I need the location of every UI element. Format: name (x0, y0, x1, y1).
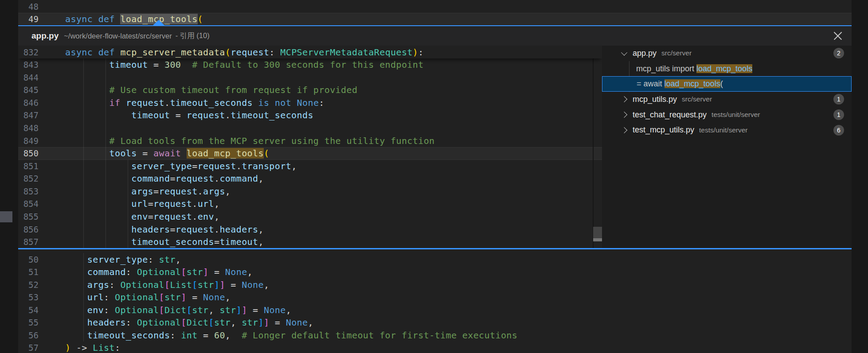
line-number[interactable]: 843 (18, 60, 65, 70)
line-number[interactable]: 57 (18, 343, 65, 353)
token: : (126, 317, 137, 328)
token: = (187, 292, 203, 303)
code-line[interactable]: 846 if request.timeout_seconds is not No… (18, 96, 602, 109)
code-line[interactable]: 850 tools = await load_mcp_tools( (18, 147, 602, 160)
line-number[interactable]: 857 (18, 237, 65, 247)
token: ] (258, 317, 264, 328)
line-number[interactable]: 850 (18, 148, 65, 158)
close-icon[interactable] (833, 31, 843, 41)
code-line[interactable]: 48 (18, 0, 852, 13)
tree-file-row-test_chat_request.py[interactable]: test_chat_request.pytests/unit/server1 (602, 107, 852, 123)
token: [ (159, 305, 164, 315)
line-number[interactable]: 846 (18, 98, 65, 108)
code-line[interactable]: 847 timeout = request.timeout_seconds (18, 109, 602, 122)
chevron-down-icon[interactable] (621, 50, 627, 56)
line-number[interactable]: 853 (18, 186, 65, 196)
token: . (214, 224, 219, 235)
line-number[interactable]: 55 (18, 318, 65, 327)
token: None (286, 317, 308, 328)
line-number[interactable]: 849 (18, 136, 65, 146)
token: = (269, 317, 285, 328)
code-line[interactable]: 53 url: Optional[str] = None, (18, 291, 852, 304)
token (65, 186, 131, 197)
token: . (198, 186, 203, 197)
tree-reference-row[interactable]: mcp_utils import load_mcp_tools (602, 61, 852, 77)
line-number[interactable]: 49 (18, 14, 65, 24)
reference-count-badge: 2 (833, 48, 844, 58)
token: . (236, 161, 242, 171)
sticky-scroll-line[interactable]: 832async def mcp_server_metadata(request… (18, 46, 602, 58)
token: request (176, 224, 214, 235)
code-line[interactable]: 848 (18, 121, 602, 134)
line-number[interactable]: 852 (18, 174, 65, 183)
token: headers (87, 317, 126, 328)
code-text: timeout = request.timeout_seconds (65, 110, 313, 120)
line-number[interactable]: 855 (18, 212, 65, 221)
code-line[interactable]: 844 (18, 71, 602, 84)
line-number[interactable]: 851 (18, 161, 65, 171)
line-number[interactable]: 50 (18, 255, 65, 264)
line-number[interactable]: 48 (18, 2, 65, 12)
code-line[interactable]: 852 command=request.command, (18, 172, 602, 185)
code-line[interactable]: 52 args: Optional[List[str]] = None, (18, 278, 852, 291)
code-line[interactable]: 57) -> List: (18, 341, 852, 353)
code-line[interactable]: 854 url=request.url, (18, 198, 602, 210)
tree-file-row-mcp_utils.py[interactable]: mcp_utils.pysrc/server1 (602, 92, 852, 107)
tree-reference-row[interactable]: = await load_mcp_tools( (602, 76, 852, 92)
token (65, 211, 131, 222)
line-number[interactable]: 56 (18, 330, 65, 340)
code-line[interactable]: 843 timeout = 300 # Default to 300 secon… (18, 58, 602, 71)
token: request (159, 186, 198, 197)
token: = (148, 198, 153, 209)
code-text: timeout_seconds=timeout, (65, 237, 264, 247)
line-number[interactable]: 844 (18, 73, 65, 82)
code-line[interactable]: 56 timeout_seconds: int = 60, # Longer d… (18, 329, 852, 341)
token: , (225, 186, 231, 197)
code-line[interactable]: 851 server_type=request.transport, (18, 159, 602, 172)
token: command (219, 173, 258, 184)
code-line[interactable]: 55 headers: Optional[Dict[str, str]] = N… (18, 316, 852, 329)
line-number[interactable]: 854 (18, 199, 65, 209)
line-number[interactable]: 52 (18, 280, 65, 290)
line-number[interactable]: 847 (18, 110, 65, 120)
tree-file-row-app.py[interactable]: app.pysrc/server2 (602, 46, 852, 61)
token: if (109, 97, 121, 108)
code-text: headers=request.headers, (65, 224, 264, 235)
code-line[interactable]: 54 env: Optional[Dict[str, str]] = None, (18, 303, 852, 316)
code-line[interactable]: 50 server_type: str, (18, 253, 852, 266)
line-number[interactable]: 848 (18, 123, 65, 133)
token: ] (242, 305, 247, 315)
code-line[interactable]: 857 timeout_seconds=timeout, (18, 236, 602, 248)
peek-title-path: ~/work/deer-flow-latest/src/server (64, 32, 172, 40)
token: tools (109, 148, 137, 159)
scrollbar-thumb[interactable] (593, 227, 602, 238)
token: args (203, 186, 225, 197)
editor-bottom-section: 50 server_type: str,51 command: Optional… (18, 249, 852, 353)
token (65, 161, 131, 171)
line-number[interactable]: 51 (18, 267, 65, 277)
code-line[interactable]: 845 # Use custom timeout from request if… (18, 84, 602, 97)
code-line[interactable]: 849 # Load tools from the MCP server usi… (18, 134, 602, 147)
tree-file-row-test_mcp_utils.py[interactable]: test_mcp_utils.pytests/unit/server6 (602, 123, 852, 138)
token: timeout (109, 59, 148, 70)
line-number[interactable]: 856 (18, 225, 65, 234)
line-number[interactable]: 53 (18, 292, 65, 302)
snippet-text: ( (720, 79, 723, 88)
code-text: command=request.command, (65, 173, 264, 184)
token (65, 97, 109, 108)
chevron-right-icon[interactable] (621, 112, 627, 118)
token: env (198, 211, 214, 222)
chevron-right-icon[interactable] (621, 96, 627, 102)
token: List (170, 279, 192, 290)
code-line[interactable]: 856 headers=request.headers, (18, 223, 602, 236)
line-number[interactable]: 54 (18, 305, 65, 315)
code-line[interactable]: 51 command: Optional[str] = None, (18, 266, 852, 279)
line-number[interactable]: 832 (18, 47, 65, 57)
line-number[interactable]: 845 (18, 85, 65, 95)
token: Dict (187, 317, 209, 328)
code-line[interactable]: 853 args=request.args, (18, 185, 602, 198)
chevron-right-icon[interactable] (621, 127, 627, 133)
code-line[interactable]: 855 env=request.env, (18, 210, 602, 223)
code-line[interactable]: 49async def load_mcp_tools( (18, 13, 852, 26)
token: request (187, 110, 225, 120)
